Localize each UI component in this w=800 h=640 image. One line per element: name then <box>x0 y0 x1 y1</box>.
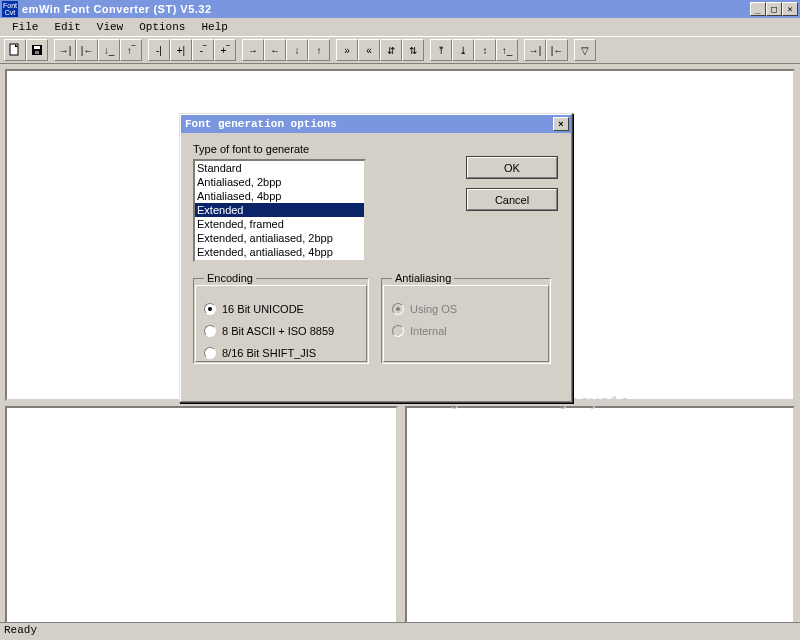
align-top-icon[interactable]: ⤒ <box>430 39 452 61</box>
bottom-left-pane <box>5 406 398 640</box>
to-end-icon[interactable]: →| <box>524 39 546 61</box>
shift-up-icon[interactable]: ↑‾ <box>120 39 142 61</box>
radio-icon <box>204 347 216 359</box>
shift-down-icon[interactable]: ↓_ <box>98 39 120 61</box>
arrow-down-icon[interactable]: ↓ <box>286 39 308 61</box>
stretch-v-icon[interactable]: ↕ <box>474 39 496 61</box>
radio-icon <box>392 325 404 337</box>
expand-v-icon[interactable]: ⇅ <box>402 39 424 61</box>
menu-view[interactable]: View <box>89 19 131 35</box>
inc-top-icon[interactable]: +‾ <box>214 39 236 61</box>
dec-top-icon[interactable]: -‾ <box>192 39 214 61</box>
font-type-item[interactable]: Extended, antialiased, 2bpp <box>195 231 364 245</box>
dialog-title: Font generation options <box>183 118 553 130</box>
font-type-item[interactable]: Extended <box>195 203 364 217</box>
ok-button[interactable]: OK <box>466 156 558 179</box>
radio-icon <box>392 303 404 315</box>
encoding-fieldset: Encoding 16 Bit UNICODE8 Bit ASCII + ISO… <box>193 272 369 364</box>
arrow-right-icon[interactable]: → <box>242 39 264 61</box>
new-icon[interactable] <box>4 39 26 61</box>
svg-rect-3 <box>35 51 39 54</box>
antialiasing-option: Using OS <box>392 300 540 318</box>
shift-right-icon[interactable]: →| <box>54 39 76 61</box>
titlebar: Font Cvt emWin Font Converter (ST) V5.32… <box>0 0 800 18</box>
radio-label: 8 Bit ASCII + ISO 8859 <box>222 325 334 337</box>
status-text: Ready <box>4 624 37 636</box>
maximize-button[interactable]: □ <box>766 2 782 16</box>
font-generation-dialog: Font generation options × Type of font t… <box>179 113 573 403</box>
antialiasing-fieldset: Antialiasing Using OSInternal <box>381 272 551 364</box>
to-start-icon[interactable]: |← <box>546 39 568 61</box>
window-title: emWin Font Converter (ST) V5.32 <box>22 3 750 15</box>
compress-v-icon[interactable]: ⇵ <box>380 39 402 61</box>
statusbar: Ready <box>0 622 800 640</box>
cancel-button[interactable]: Cancel <box>466 188 558 211</box>
menu-help[interactable]: Help <box>193 19 235 35</box>
font-type-listbox[interactable]: StandardAntialiased, 2bppAntialiased, 4b… <box>193 159 366 262</box>
radio-label: Internal <box>410 325 447 337</box>
dialog-titlebar: Font generation options × <box>181 115 571 133</box>
encoding-option[interactable]: 8 Bit ASCII + ISO 8859 <box>204 322 358 340</box>
bottom-right-pane <box>405 406 795 640</box>
antialiasing-option: Internal <box>392 322 540 340</box>
radio-label: Using OS <box>410 303 457 315</box>
arrow-left-icon[interactable]: ← <box>264 39 286 61</box>
type-label: Type of font to generate <box>193 143 559 155</box>
svg-rect-0 <box>10 44 18 55</box>
skip-fwd-icon[interactable]: » <box>336 39 358 61</box>
filter-icon[interactable]: ▽ <box>574 39 596 61</box>
radio-icon <box>204 325 216 337</box>
antialiasing-legend: Antialiasing <box>392 272 454 284</box>
radio-label: 16 Bit UNICODE <box>222 303 304 315</box>
save-icon[interactable] <box>26 39 48 61</box>
radio-icon <box>204 303 216 315</box>
dialog-close-button[interactable]: × <box>553 117 569 131</box>
encoding-option[interactable]: 16 Bit UNICODE <box>204 300 358 318</box>
skip-back-icon[interactable]: « <box>358 39 380 61</box>
encoding-option[interactable]: 8/16 Bit SHIFT_JIS <box>204 344 358 362</box>
align-bottom-icon[interactable]: ⤓ <box>452 39 474 61</box>
shift-left-icon[interactable]: |← <box>76 39 98 61</box>
menu-edit[interactable]: Edit <box>46 19 88 35</box>
align-up-icon[interactable]: ↑_ <box>496 39 518 61</box>
inc-left-icon[interactable]: +| <box>170 39 192 61</box>
toolbar: →| |← ↓_ ↑‾ -| +| -‾ +‾ → ← ↓ ↑ » « ⇵ ⇅ … <box>0 36 800 64</box>
font-type-item[interactable]: Antialiased, 2bpp <box>195 175 364 189</box>
font-type-item[interactable]: Standard <box>195 161 364 175</box>
close-button[interactable]: × <box>782 2 798 16</box>
app-icon: Font Cvt <box>2 1 18 17</box>
font-type-item[interactable]: Antialiased, 4bpp <box>195 189 364 203</box>
radio-label: 8/16 Bit SHIFT_JIS <box>222 347 316 359</box>
menu-file[interactable]: File <box>4 19 46 35</box>
encoding-legend: Encoding <box>204 272 256 284</box>
menu-options[interactable]: Options <box>131 19 193 35</box>
menubar: File Edit View Options Help <box>0 18 800 36</box>
font-type-item[interactable]: Extended, framed <box>195 217 364 231</box>
minimize-button[interactable]: _ <box>750 2 766 16</box>
dec-left-icon[interactable]: -| <box>148 39 170 61</box>
svg-rect-2 <box>34 46 40 49</box>
font-type-item[interactable]: Extended, antialiased, 4bpp <box>195 245 364 259</box>
arrow-up-icon[interactable]: ↑ <box>308 39 330 61</box>
